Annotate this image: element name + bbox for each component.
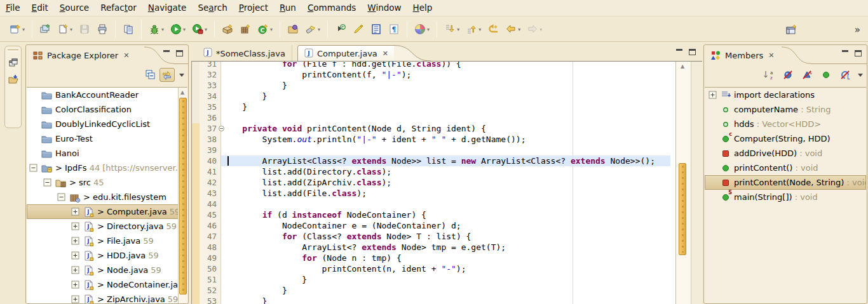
expander-plus-icon[interactable]	[71, 266, 79, 274]
new-package-button[interactable]	[237, 20, 254, 38]
menu-search[interactable]: Search	[192, 0, 233, 16]
tree-item[interactable]: J> File.java59	[27, 234, 179, 248]
overview-ruler[interactable]	[691, 62, 702, 304]
editor-scrollbar[interactable]: ▲	[675, 62, 691, 304]
close-icon[interactable]: ✕	[123, 51, 129, 60]
member-item[interactable]: printContent() : void	[705, 161, 866, 175]
member-item[interactable]: printContent(Node, String) : void	[705, 175, 866, 190]
package-explorer-scrollbar[interactable]: ▲	[178, 88, 187, 303]
menu-source[interactable]: Source	[54, 0, 95, 16]
tree-item[interactable]: > IpdFs44 [https://svnserver.i	[27, 161, 179, 175]
menu-navigate[interactable]: Navigate	[142, 0, 193, 16]
open-perspective-button[interactable]	[783, 21, 799, 39]
open-type-button[interactable]	[285, 20, 301, 38]
run-external-button[interactable]: ▾	[189, 20, 210, 38]
hide-fields-icon[interactable]	[782, 70, 794, 80]
maximize-icon[interactable]	[689, 49, 696, 55]
view-menu-icon[interactable]	[858, 74, 863, 77]
link-with-editor-button[interactable]	[159, 68, 175, 82]
menu-run[interactable]: Run	[274, 0, 302, 16]
expander-plus-icon[interactable]	[71, 237, 79, 245]
tree-item[interactable]: J> Directory.java59	[27, 219, 179, 234]
tree-item[interactable]: J> NodeContainer.java	[27, 277, 179, 292]
hide-static-icon[interactable]: s	[801, 70, 813, 80]
debug-button[interactable]: ▾	[146, 20, 166, 38]
dropdown-chevron-icon[interactable]: ▾	[70, 27, 72, 32]
sort-icon[interactable]: az	[763, 70, 775, 80]
print-button[interactable]	[94, 20, 111, 38]
editor-tab-computerjava[interactable]: JComputer.java✕	[297, 45, 395, 62]
show-source-button[interactable]	[368, 20, 384, 38]
new-file-button[interactable]: ▾	[55, 20, 75, 38]
color-wheel-button[interactable]: ▾	[412, 20, 432, 38]
member-item[interactable]: computerName : String	[705, 102, 866, 117]
tree-item[interactable]: BankAccountReader	[27, 88, 179, 102]
show-public-icon[interactable]	[820, 70, 832, 80]
editor-body[interactable]: 3132333435363738394041424344454647484950…	[191, 62, 702, 304]
highlighter-button[interactable]	[350, 20, 367, 38]
minimize-icon[interactable]	[163, 50, 170, 56]
scrollbar-thumb[interactable]	[179, 98, 187, 294]
run-button[interactable]: ▾	[168, 20, 188, 38]
collapse-all-button[interactable]	[143, 68, 158, 82]
expander-plus-icon[interactable]	[709, 91, 717, 99]
minimize-icon[interactable]	[676, 49, 683, 55]
member-item[interactable]: cComputer(String, HDD)	[705, 131, 866, 146]
dropdown-chevron-icon[interactable]: ▾	[183, 27, 186, 32]
expander-plus-icon[interactable]	[71, 251, 79, 260]
scroll-up-icon[interactable]: ▲	[681, 63, 684, 69]
expander-plus-icon[interactable]	[71, 208, 79, 216]
copy-document-button[interactable]	[120, 20, 137, 38]
dropdown-chevron-icon[interactable]: ▾	[161, 27, 164, 32]
new-wizard-button[interactable]: ▾	[7, 20, 27, 38]
hide-local-types-icon[interactable]: L	[839, 70, 851, 80]
expander-minus-icon[interactable]	[57, 193, 65, 201]
new-java-project-button[interactable]	[219, 20, 236, 38]
toolbar-overflow-chevron[interactable]: »	[855, 24, 860, 36]
fastview-drag-handle[interactable]	[8, 50, 18, 51]
menu-window[interactable]: Window	[362, 0, 407, 16]
dropdown-chevron-icon[interactable]: ▾	[270, 27, 273, 32]
dropdown-chevron-icon[interactable]: ▾	[518, 27, 520, 32]
dropdown-chevron-icon[interactable]: ▾	[457, 27, 459, 32]
dropdown-chevron-icon[interactable]: ▾	[22, 27, 25, 32]
dropdown-chevron-icon[interactable]: ▾	[205, 27, 207, 32]
tree-item[interactable]: J> Computer.java59	[27, 204, 179, 219]
next-annotation-button[interactable]: ▾	[442, 20, 462, 38]
menu-refactor[interactable]: Refactor	[95, 0, 142, 16]
tree-item[interactable]: J> HDD.java59	[27, 248, 179, 263]
menu-help[interactable]: Help	[407, 0, 438, 16]
expander-plus-icon[interactable]	[71, 222, 79, 230]
member-item[interactable]: addDrive(HDD) : void	[705, 146, 866, 161]
prev-annotation-button[interactable]: ▾	[463, 20, 484, 38]
menu-project[interactable]: Project	[233, 0, 274, 16]
expander-minus-icon[interactable]	[29, 164, 37, 172]
tree-item[interactable]: ColorClassification	[27, 102, 179, 117]
expander-plus-icon[interactable]	[71, 281, 79, 289]
tree-item[interactable]: > edu.kit.filesystem	[27, 190, 179, 204]
members-tab[interactable]: Members ✕	[706, 46, 778, 64]
tree-item[interactable]: DoublyLinkedCyclicList	[27, 117, 179, 131]
dropdown-chevron-icon[interactable]: ▾	[318, 27, 320, 32]
scrollbar-thumb[interactable]	[679, 163, 686, 255]
member-item[interactable]: hdds : Vector<HDD>	[705, 117, 866, 131]
package-explorer-tab[interactable]: Package Explorer ✕	[28, 46, 133, 64]
scroll-up-icon[interactable]: ▲	[180, 89, 184, 95]
close-icon[interactable]: ✕	[383, 50, 388, 58]
new-class-button[interactable]: C▾	[255, 20, 275, 38]
dropdown-chevron-icon[interactable]: ▾	[478, 27, 481, 32]
tree-item[interactable]: J> ZipArchiv.java59	[27, 292, 179, 303]
close-icon[interactable]: ✕	[768, 51, 774, 60]
view-menu-icon[interactable]	[179, 74, 184, 77]
editor-tab-someclassjava[interactable]: J*SomeClass.java	[197, 45, 292, 62]
tree-item[interactable]: Hanoi	[27, 146, 179, 161]
tree-item[interactable]: Euro-Test	[27, 131, 179, 146]
line-number-ruler[interactable]: 3132333435363738394041424344454647484950…	[200, 62, 221, 304]
expander-minus-icon[interactable]	[43, 178, 51, 187]
new-display-button[interactable]	[37, 20, 53, 38]
minimize-icon[interactable]	[842, 50, 849, 56]
search-button[interactable]: ▾	[302, 20, 323, 38]
open-view-button[interactable]	[7, 73, 19, 85]
menu-commands[interactable]: Commands	[302, 0, 362, 16]
menu-file[interactable]: File	[0, 0, 26, 16]
